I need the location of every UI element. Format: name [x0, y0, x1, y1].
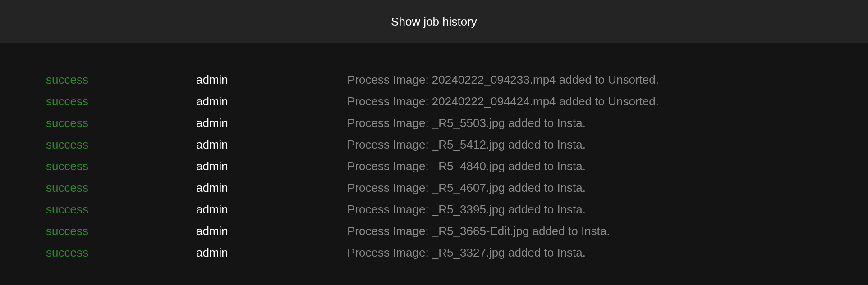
- job-user: admin: [196, 201, 347, 218]
- job-status: success: [46, 114, 196, 132]
- job-user: admin: [196, 158, 347, 175]
- job-user: admin: [196, 136, 347, 154]
- job-message: Process Image: 20240222_094424.mp4 added…: [347, 93, 659, 110]
- job-history-list: success admin Process Image: 20240222_09…: [0, 43, 868, 262]
- job-user: admin: [196, 93, 347, 110]
- job-message: Process Image: _R5_3327.jpg added to Ins…: [347, 244, 586, 262]
- job-status: success: [46, 222, 196, 240]
- job-row: success admin Process Image: _R5_3327.jp…: [46, 244, 868, 262]
- job-user: admin: [196, 244, 347, 262]
- job-status: success: [46, 136, 196, 154]
- job-row: success admin Process Image: 20240222_09…: [46, 71, 868, 89]
- job-message: Process Image: _R5_3665-Edit.jpg added t…: [347, 222, 610, 240]
- job-message: Process Image: _R5_5503.jpg added to Ins…: [347, 114, 586, 132]
- job-row: success admin Process Image: _R5_3395.jp…: [46, 201, 868, 218]
- job-message: Process Image: _R5_3395.jpg added to Ins…: [347, 201, 586, 218]
- job-row: success admin Process Image: _R5_4840.jp…: [46, 158, 868, 175]
- job-row: success admin Process Image: _R5_3665-Ed…: [46, 222, 868, 240]
- job-message: Process Image: _R5_4607.jpg added to Ins…: [347, 179, 586, 197]
- job-status: success: [46, 93, 196, 110]
- job-user: admin: [196, 179, 347, 197]
- job-row: success admin Process Image: _R5_5412.jp…: [46, 136, 868, 154]
- job-row: success admin Process Image: 20240222_09…: [46, 93, 868, 110]
- header-label: Show job history: [391, 15, 477, 29]
- job-status: success: [46, 201, 196, 218]
- job-user: admin: [196, 71, 347, 89]
- job-row: success admin Process Image: _R5_5503.jp…: [46, 114, 868, 132]
- job-status: success: [46, 71, 196, 89]
- job-message: Process Image: _R5_5412.jpg added to Ins…: [347, 136, 586, 154]
- job-status: success: [46, 179, 196, 197]
- job-user: admin: [196, 114, 347, 132]
- job-status: success: [46, 244, 196, 262]
- job-status: success: [46, 158, 196, 175]
- job-row: success admin Process Image: _R5_4607.jp…: [46, 179, 868, 197]
- job-message: Process Image: _R5_4840.jpg added to Ins…: [347, 158, 586, 175]
- show-job-history-button[interactable]: Show job history: [0, 0, 868, 43]
- job-message: Process Image: 20240222_094233.mp4 added…: [347, 71, 659, 89]
- job-user: admin: [196, 222, 347, 240]
